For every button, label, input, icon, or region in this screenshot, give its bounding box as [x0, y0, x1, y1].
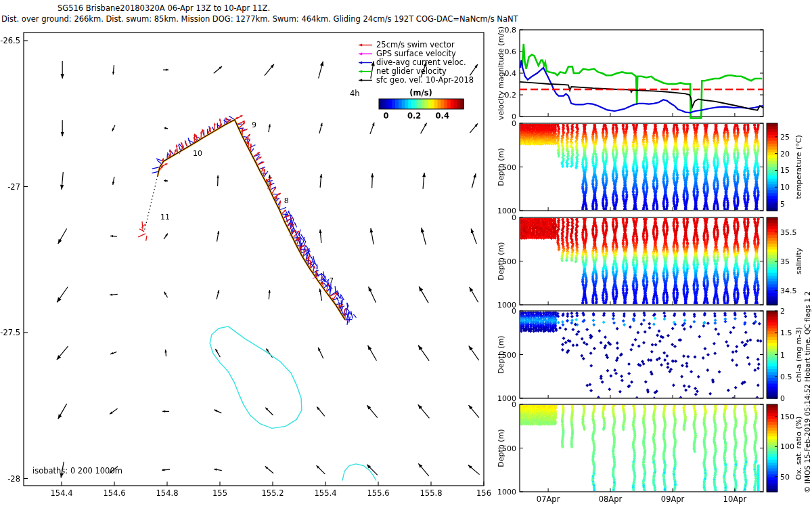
- map-y-tick-label: -27.5: [0, 328, 20, 337]
- date-tick-label: 07Apr: [537, 494, 560, 504]
- oxygen-colorbar-tick-label: 100: [780, 442, 794, 451]
- temperature-colorbar-tick-label: 20: [780, 150, 790, 158]
- oxygen-colorbar-tick-label: 150: [780, 412, 794, 421]
- map-x-tick-label: 154.6: [104, 488, 126, 498]
- salinity-colorbar-tick-label: 34.5: [780, 287, 797, 295]
- salinity-colorbar-label: salinity: [794, 247, 803, 274]
- date-tick-label: 09Apr: [661, 494, 685, 504]
- depth-tick-label: 0: [512, 400, 516, 409]
- chl-colorbar-tick-label: 1: [780, 351, 785, 360]
- chl-colorbar-label: chl-a (mg m-3): [794, 327, 803, 383]
- glider-mission-figure: SG516 Brisbane20180320A 06-Apr 13Z to 10…: [0, 0, 812, 508]
- velocity-y-tick-label: 0.8: [505, 26, 517, 35]
- velocity-y-tick-label: 0.4: [505, 69, 517, 78]
- temperature-colorbar-tick-label: 15: [780, 166, 790, 175]
- temperature-colorbar: 252015105temperature (°C): [767, 123, 803, 211]
- oxygen-depth-axis-label: Depth (m): [497, 429, 505, 467]
- oxygen-panel: [520, 404, 763, 492]
- chl-colorbar: 21.510.50chl-a (mg m-3): [767, 307, 803, 403]
- velocity-y-tick-label: 0.6: [505, 47, 517, 56]
- map-y-tick-label: -28: [7, 474, 20, 484]
- salinity-colorbar-tick-label: 35.5: [780, 228, 797, 237]
- depth-tick-label: 0: [512, 119, 516, 128]
- chl-colorbar-tick-label: 0.5: [780, 373, 792, 381]
- temperature-colorbar-tick-label: 10: [780, 183, 790, 192]
- map-x-tick-label: 155: [212, 488, 227, 498]
- date-tick-label: 08Apr: [599, 494, 623, 504]
- oxygen-colorbar: 15010050Ox. sat. ratio (%): [767, 404, 803, 492]
- imos-credit: © IMOS 15-Feb-2019 05:14:52 Hobart time.…: [803, 291, 811, 493]
- velocity-panel: [520, 30, 763, 117]
- map-x-tick-label: 156: [476, 488, 491, 498]
- chl-depth-axis-label: Depth (m): [497, 335, 505, 373]
- velocity-y-tick-label: 0.2: [505, 91, 517, 100]
- temperature-colorbar-tick-label: 5: [780, 200, 785, 209]
- velocity-axis-label: velocity magnitude (m/s): [497, 26, 505, 120]
- map-y-tick-label: -26.5: [0, 36, 20, 45]
- map-x-tick-label: 154.8: [156, 488, 179, 498]
- map-x-tick-label: 154.4: [51, 488, 73, 498]
- depth-tick-label: 0: [512, 213, 516, 222]
- map-x-tick-label: 155.2: [262, 488, 284, 498]
- temperature-colorbar-tick-label: 25: [780, 133, 790, 142]
- salinity-colorbar: 35.53534.5salinity: [767, 217, 803, 305]
- salinity-colorbar-tick-label: 35: [780, 257, 790, 266]
- temperature-depth-axis-label: Depth (m): [497, 148, 505, 186]
- chl-panel: [520, 311, 763, 398]
- chl-colorbar-tick-label: 0: [780, 394, 785, 403]
- map-x-tick-label: 155.6: [367, 488, 390, 498]
- map-panel: [24, 33, 484, 486]
- depth-tick-label: 1000: [497, 488, 516, 496]
- map-x-tick-label: 155.8: [420, 488, 443, 498]
- temperature-panel: [520, 123, 763, 211]
- map-y-tick-label: -27: [7, 182, 20, 192]
- map-x-tick-label: 155.4: [315, 488, 337, 498]
- date-tick-label: 10Apr: [723, 494, 747, 504]
- temperature-colorbar-label: temperature (°C): [794, 135, 803, 198]
- salinity-panel: [520, 217, 763, 305]
- chl-colorbar-tick-label: 2: [780, 307, 785, 316]
- depth-tick-label: 0: [512, 307, 516, 316]
- oxygen-colorbar-tick-label: 50: [780, 473, 790, 482]
- salinity-depth-axis-label: Depth (m): [497, 242, 505, 280]
- chl-colorbar-tick-label: 1.5: [780, 329, 792, 337]
- oxygen-colorbar-label: Ox. sat. ratio (%): [794, 417, 803, 480]
